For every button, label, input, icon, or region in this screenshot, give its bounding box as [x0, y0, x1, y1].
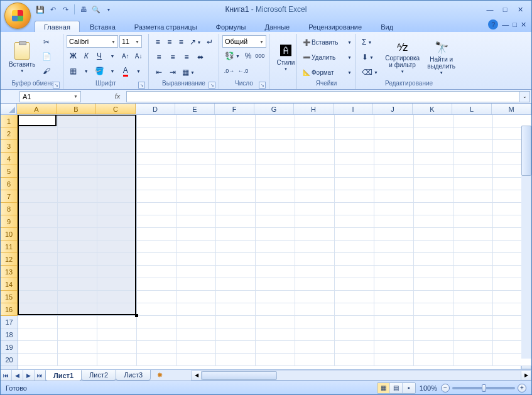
cell[interactable]: [335, 328, 374, 341]
cell[interactable]: [97, 165, 137, 178]
cell[interactable]: [414, 215, 453, 228]
tab-data[interactable]: Данные: [256, 21, 298, 32]
cell[interactable]: [176, 165, 216, 178]
cell[interactable]: [453, 140, 493, 153]
cell[interactable]: [374, 190, 414, 203]
cell[interactable]: [58, 228, 97, 241]
align-left-button[interactable]: ≡: [152, 50, 166, 64]
cell[interactable]: [295, 115, 335, 127]
cell[interactable]: [18, 341, 58, 354]
currency-button[interactable]: 💱▼: [222, 49, 242, 63]
cell[interactable]: [453, 341, 493, 354]
zoom-slider[interactable]: [452, 387, 515, 389]
autosum-button[interactable]: Σ ▼: [359, 35, 381, 49]
scroll-left-button[interactable]: ◀: [191, 371, 202, 381]
paste-button[interactable]: Вставить ▼: [6, 35, 38, 80]
close-button[interactable]: ✕: [514, 4, 526, 14]
row-header-19[interactable]: 19: [1, 341, 18, 354]
cell[interactable]: [295, 178, 335, 190]
cell[interactable]: [216, 253, 256, 266]
row-header-17[interactable]: 17: [1, 316, 18, 328]
cell[interactable]: [374, 303, 414, 316]
zoom-thumb[interactable]: [482, 384, 486, 392]
cell[interactable]: [414, 328, 453, 341]
cell[interactable]: [335, 215, 374, 228]
qat-save-icon[interactable]: 💾: [35, 4, 46, 15]
bold-button[interactable]: Ж: [67, 49, 80, 63]
cell[interactable]: [18, 278, 58, 291]
row-header-18[interactable]: 18: [1, 328, 18, 341]
cell[interactable]: [335, 203, 374, 215]
increase-indent-button[interactable]: ⇥: [166, 65, 180, 79]
row-header-20[interactable]: 20: [1, 354, 18, 366]
cell[interactable]: [453, 165, 493, 178]
fill-color-button[interactable]: 🪣: [93, 64, 106, 78]
tab-view[interactable]: Вид: [372, 21, 402, 32]
row-header-8[interactable]: 8: [1, 203, 18, 215]
cell[interactable]: [453, 278, 493, 291]
cell[interactable]: [374, 203, 414, 215]
cell[interactable]: [256, 190, 295, 203]
cell[interactable]: [414, 253, 453, 266]
select-all-corner[interactable]: [1, 104, 17, 114]
sheet-tab-1[interactable]: Лист1: [45, 370, 82, 381]
grow-font-button[interactable]: A↑: [119, 49, 132, 63]
tab-page-layout[interactable]: Разметка страницы: [126, 21, 206, 32]
cell[interactable]: [335, 190, 374, 203]
cell[interactable]: [335, 278, 374, 291]
cell[interactable]: [137, 178, 176, 190]
cell[interactable]: [414, 303, 453, 316]
cell[interactable]: [18, 190, 58, 203]
insert-cells-button[interactable]: ➕ Вставить ▼: [300, 35, 354, 49]
align-right-button[interactable]: ≡: [180, 50, 193, 64]
cell[interactable]: [97, 190, 137, 203]
cell[interactable]: [176, 190, 216, 203]
cell[interactable]: [176, 341, 216, 354]
cell[interactable]: [335, 316, 374, 328]
row-header-11[interactable]: 11: [1, 241, 18, 253]
cell[interactable]: [137, 190, 176, 203]
cell[interactable]: [97, 354, 137, 366]
column-header-J[interactable]: J: [373, 104, 413, 114]
column-header-C[interactable]: C: [96, 104, 136, 114]
new-sheet-button[interactable]: ✸: [153, 371, 166, 381]
cell[interactable]: [58, 291, 97, 303]
cell[interactable]: [97, 316, 137, 328]
cell[interactable]: [216, 278, 256, 291]
merge-cells-button[interactable]: ▦▼: [180, 65, 197, 79]
underline-dropdown[interactable]: ▼: [106, 49, 119, 63]
cell[interactable]: [256, 178, 295, 190]
alignment-dialog-launcher[interactable]: ↘: [209, 82, 215, 89]
cell[interactable]: [97, 228, 137, 241]
cell[interactable]: [18, 165, 58, 178]
mdi-minimize-button[interactable]: —: [502, 21, 509, 28]
cell[interactable]: [414, 241, 453, 253]
cell[interactable]: [374, 215, 414, 228]
row-header-16[interactable]: 16: [1, 303, 18, 316]
cell[interactable]: [256, 140, 295, 153]
row-header-10[interactable]: 10: [1, 228, 18, 241]
clear-button[interactable]: ⌫ ▼: [359, 65, 381, 79]
column-header-D[interactable]: D: [136, 104, 175, 114]
cell[interactable]: [256, 328, 295, 341]
copy-button[interactable]: 📄: [40, 50, 53, 63]
cell[interactable]: [256, 253, 295, 266]
cell[interactable]: [176, 215, 216, 228]
cell[interactable]: [58, 215, 97, 228]
view-normal-button[interactable]: ▦: [377, 383, 390, 393]
sheet-tab-2[interactable]: Лист2: [81, 370, 116, 381]
cell[interactable]: [256, 303, 295, 316]
cell[interactable]: [414, 291, 453, 303]
cell[interactable]: [97, 341, 137, 354]
cell[interactable]: [256, 278, 295, 291]
column-header-H[interactable]: H: [294, 104, 334, 114]
cell[interactable]: [58, 203, 97, 215]
cell[interactable]: [18, 354, 58, 366]
number-format-selector[interactable]: Общий▼: [222, 35, 266, 48]
cell[interactable]: [18, 203, 58, 215]
cell[interactable]: [216, 316, 256, 328]
cell[interactable]: [453, 178, 493, 190]
cut-button[interactable]: ✂: [40, 35, 53, 49]
cell[interactable]: [97, 127, 137, 140]
cell[interactable]: [176, 178, 216, 190]
